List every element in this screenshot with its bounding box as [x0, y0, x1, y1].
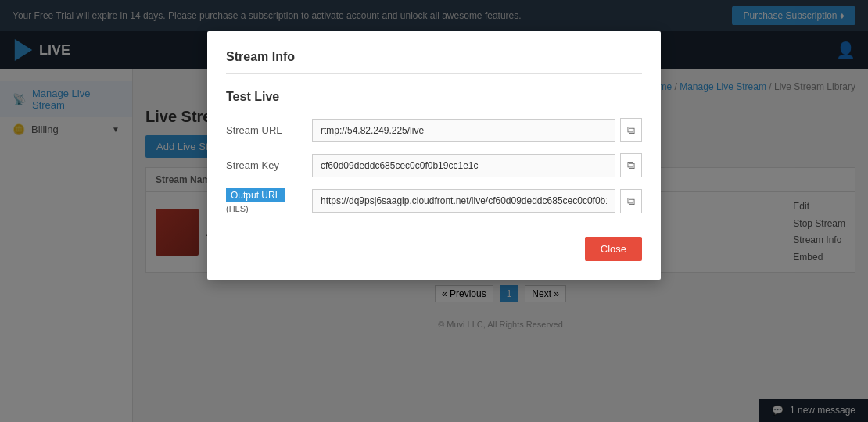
stream-url-input-wrap: ⧉	[312, 118, 642, 142]
stream-url-label: Stream URL	[226, 124, 304, 136]
output-url-input-wrap: ⧉	[312, 189, 642, 213]
close-button[interactable]: Close	[585, 237, 642, 261]
modal-overlay: Stream Info Test Live Stream URL ⧉ Strea…	[0, 0, 868, 422]
output-url-label-wrap: Output URL (HLS)	[226, 188, 304, 213]
stream-key-input[interactable]	[312, 154, 615, 177]
output-url-label[interactable]: Output URL	[226, 188, 285, 202]
modal-footer: Close	[226, 224, 642, 261]
stream-url-row: Stream URL ⧉	[226, 118, 642, 142]
output-url-input[interactable]	[312, 189, 615, 213]
stream-url-input[interactable]	[312, 119, 615, 142]
modal-title: Stream Info	[226, 50, 642, 74]
stream-info-modal: Stream Info Test Live Stream URL ⧉ Strea…	[207, 31, 661, 280]
output-url-row: Output URL (HLS) ⧉	[226, 188, 642, 213]
stream-key-row: Stream Key ⧉	[226, 153, 642, 177]
stream-key-input-wrap: ⧉	[312, 153, 642, 177]
modal-subtitle: Test Live	[226, 90, 642, 104]
stream-key-label: Stream Key	[226, 159, 304, 171]
stream-url-copy-button[interactable]: ⧉	[620, 118, 642, 142]
output-hls-label: (HLS)	[226, 204, 304, 213]
stream-key-copy-button[interactable]: ⧉	[620, 153, 642, 177]
output-url-copy-button[interactable]: ⧉	[620, 189, 642, 213]
